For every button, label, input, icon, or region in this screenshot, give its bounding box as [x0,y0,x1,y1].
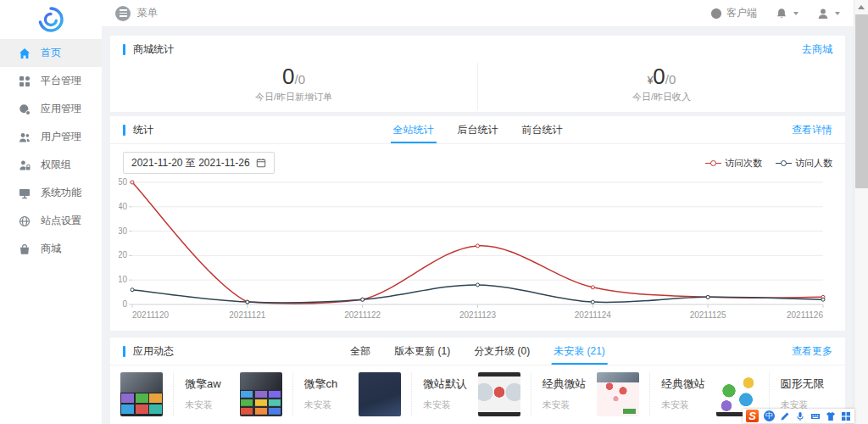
calendar-icon [256,158,266,168]
visits-line-chart: 0102030405020211120202111212021112220211… [119,176,828,326]
main-content: 商城统计 去商城 0/0 今日/昨日新增订单 ¥0/0 今日/昨日收入 统计 全… [102,27,854,424]
sidebar-item-system[interactable]: 系统功能 [0,179,102,207]
sidebar-item-label: 系统功能 [41,186,81,200]
user-menu-button[interactable] [817,8,840,20]
orders-label: 今日/昨日新增订单 [110,91,477,103]
legend-label: 访问次数 [725,157,762,170]
sidebar-item-site[interactable]: 站点设置 [0,207,102,235]
ime-mic-icon[interactable] [795,411,805,421]
hamburger-icon [115,6,131,21]
page-scrollbar[interactable] [854,0,868,424]
svg-text:50: 50 [119,177,127,187]
notifications-button[interactable] [776,8,798,20]
sidebar-item-label: 首页 [41,46,61,60]
orders-value: 0/0 [110,64,477,90]
mall-stats-card: 商城统计 去商城 0/0 今日/昨日新增订单 ¥0/0 今日/昨日收入 [110,36,845,112]
tab-not-installed[interactable]: 未安装 (21) [554,338,605,365]
app-card[interactable]: 微擎ch未安装 [240,372,359,416]
sidebar-item-home[interactable]: 首页 [0,39,102,67]
sidebar-item-label: 平台管理 [41,74,81,88]
scrollbar-up-arrow[interactable] [854,0,868,14]
app-activity-title: 应用动态 [133,344,174,359]
tab-all-apps[interactable]: 全部 [350,338,370,365]
app-status: 未安装 [185,399,221,411]
app-card[interactable]: 经典微站未安装 [478,372,598,416]
statistics-title: 统计 [133,123,153,137]
svg-text:20211124: 20211124 [575,310,611,320]
app-activity-tabs: 全部 版本更新 (1) 分支升级 (0) 未安装 (21) [350,338,605,365]
chart-area: 0102030405020211120202111212021112220211… [110,174,845,330]
svg-text:10: 10 [119,275,127,284]
app-thumbnail [359,372,401,416]
svg-text:20211123: 20211123 [459,310,496,320]
app-name: 微擎ch [304,377,338,392]
permission-lock-icon [19,159,31,171]
income-value: ¥0/0 [478,64,845,90]
legend-visits[interactable]: 访问次数 [705,157,762,170]
app-name: 经典微站 [661,377,705,392]
tab-backend-stats[interactable]: 后台统计 [458,116,498,143]
app-card[interactable]: 经典微站未安装 [597,372,716,416]
app-activity-card: 应用动态 全部 版本更新 (1) 分支升级 (0) 未安装 (21) 查看更多 … [110,338,845,424]
svg-text:20: 20 [119,250,127,259]
client-label: 客户端 [726,6,757,20]
view-more-link[interactable]: 查看更多 [792,344,832,359]
statistics-card: 统计 全站统计 后台统计 前台统计 查看详情 2021-11-20 至 2021… [110,116,845,331]
sidebar-item-mall[interactable]: 商城 [0,235,102,263]
ime-toolbar: S 中 [743,409,854,423]
client-button[interactable]: 客户端 [710,6,757,20]
apps-list: 微擎aw未安装 微擎ch未安装 微站默认未安装 经典微站未安装 经典微站未安装 … [110,365,845,416]
users-icon [19,131,31,143]
svg-text:30: 30 [119,226,127,236]
view-details-link[interactable]: 查看详情 [792,123,832,137]
app-name: 经典微站 [542,377,587,392]
go-to-mall-link[interactable]: 去商城 [802,42,832,57]
ime-skin-icon[interactable] [826,411,836,421]
svg-text:20211122: 20211122 [344,310,381,320]
app-name: 微站默认 [423,377,467,392]
tab-site-stats[interactable]: 全站统计 [393,116,434,143]
section-accent-bar [123,44,125,55]
sidebar-item-users[interactable]: 用户管理 [0,123,102,151]
app-status: 未安装 [304,399,338,411]
svg-text:20211120: 20211120 [132,310,169,320]
tab-version-updates[interactable]: 版本更新 (1) [394,338,450,365]
legend-marker-navy [776,159,792,167]
platform-grid-icon [19,75,31,87]
app-thumbnail [120,372,163,416]
legend-label: 访问人数 [795,157,832,170]
section-accent-bar [123,346,125,357]
ime-keyboard-icon[interactable] [810,411,821,421]
legend-visitors[interactable]: 访问人数 [776,157,832,170]
sidebar-item-label: 权限组 [41,158,71,172]
menu-label: 菜单 [137,6,158,20]
svg-text:0: 0 [122,299,127,309]
tab-branch-upgrades[interactable]: 分支升级 (0) [474,338,530,365]
svg-text:20211121: 20211121 [229,310,265,320]
sidebar-item-label: 用户管理 [41,130,81,144]
sogou-logo-icon[interactable]: S [746,410,759,422]
app-card[interactable]: 微站默认未安装 [359,372,478,416]
ime-language-toggle[interactable]: 中 [764,410,775,421]
tab-frontend-stats[interactable]: 前台统计 [522,116,563,143]
ime-toolbox-icon[interactable] [841,411,851,421]
bell-icon [776,8,787,20]
app-name: 圆形无限 [781,377,825,392]
scrollbar-thumb[interactable] [855,14,868,188]
app-card[interactable]: 微擎aw未安装 [120,372,240,416]
svg-text:40: 40 [119,202,127,211]
date-range-picker[interactable]: 2021-11-20 至 2021-11-26 [123,152,275,174]
menu-toggle-button[interactable]: 菜单 [115,6,158,21]
apps-sphere-icon [19,103,31,115]
app-thumbnail [478,372,520,416]
user-icon [817,8,829,20]
date-range-value: 2021-11-20 至 2021-11-26 [131,156,250,170]
sidebar-item-apps[interactable]: 应用管理 [0,95,102,123]
monitor-icon [19,187,31,199]
sidebar-item-platform[interactable]: 平台管理 [0,67,102,95]
ime-pen-icon[interactable] [780,411,790,421]
chevron-down-icon [835,12,840,15]
sidebar-item-permissions[interactable]: 权限组 [0,151,102,179]
app-name: 微擎aw [185,377,221,392]
app-thumbnail [597,372,639,416]
